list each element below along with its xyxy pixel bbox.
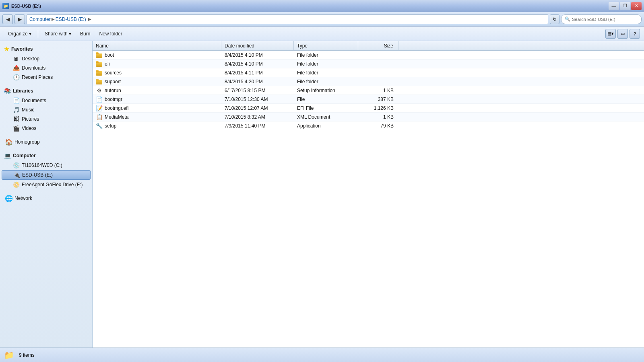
back-button[interactable]: ◀ (2, 14, 13, 24)
sidebar-section-favorites[interactable]: ★ Favorites (0, 44, 92, 54)
sidebar-item-music[interactable]: 🎵 Music (2, 105, 91, 114)
file-size (358, 51, 398, 59)
breadcrumb-drive[interactable]: ESD-USB (E:) (56, 16, 86, 22)
sidebar-item-desktop[interactable]: 🖥 Desktop (2, 54, 91, 63)
drive-c-icon: 💿 (13, 162, 19, 169)
sidebar-item-drive-e[interactable]: 🔌 ESD-USB (E:) (2, 170, 91, 180)
file-icon: 📝 (96, 105, 102, 111)
documents-icon: 📄 (13, 97, 19, 104)
file-size (358, 77, 398, 86)
file-icon (96, 61, 102, 67)
sidebar-item-network[interactable]: 🌐 Network (2, 194, 91, 203)
sidebar-item-drive-f[interactable]: 📀 FreeAgent GoFlex Drive (F:) (2, 180, 91, 189)
file-type: Application (294, 121, 358, 130)
file-size: 1 KB (358, 86, 398, 95)
sidebar-item-videos-label: Videos (22, 125, 36, 131)
refresh-button[interactable]: ↻ (550, 14, 559, 24)
file-date-modified: 6/17/2015 8:15 PM (221, 86, 294, 95)
sidebar-section-computer[interactable]: 💻 Computer (0, 151, 92, 160)
file-icon: 🔧 (96, 123, 102, 129)
toolbar: Organize ▾ Share with ▾ Burn New folder … (0, 27, 644, 41)
status-folder-icon: 📁 (4, 350, 14, 360)
new-folder-button[interactable]: New folder (95, 28, 126, 39)
title-bar-left: 📁 ESD-USB (E:\) (2, 3, 41, 9)
sidebar-item-homegroup-label: Homegroup (14, 139, 40, 145)
column-date-modified[interactable]: Date modified (221, 41, 294, 50)
file-type: File (294, 95, 358, 103)
sidebar-item-videos[interactable]: 🎬 Videos (2, 124, 91, 133)
share-button[interactable]: Share with ▾ (41, 28, 75, 39)
table-row[interactable]: efi8/4/2015 4:10 PMFile folder (93, 60, 644, 68)
pictures-icon: 🖼 (13, 116, 19, 122)
column-type[interactable]: Type (294, 41, 358, 50)
file-name: bootmgr.efi (105, 105, 128, 111)
file-name: support (105, 79, 121, 84)
sidebar-item-downloads[interactable]: 📥 Downloads (2, 64, 91, 72)
file-date-modified: 8/4/2015 4:10 PM (221, 60, 294, 68)
file-name: MediaMeta (105, 114, 128, 120)
search-input[interactable] (572, 17, 632, 22)
sidebar-item-recent-places[interactable]: 🕐 Recent Places (2, 73, 91, 82)
search-box[interactable]: 🔍 (561, 14, 642, 24)
table-row[interactable]: 📝bootmgr.efi7/10/2015 12:07 AMEFI File1,… (93, 104, 644, 113)
sidebar-computer-label: Computer (13, 153, 36, 158)
table-row[interactable]: sources8/4/2015 4:11 PMFile folder (93, 68, 644, 77)
help-button[interactable]: ? (630, 29, 640, 39)
status-bar: 📁 9 items (0, 348, 644, 362)
table-row[interactable]: 🔧setup7/9/2015 11:40 PMApplication79 KB (93, 121, 644, 130)
column-name[interactable]: Name (93, 41, 221, 50)
favorites-star-icon: ★ (4, 46, 9, 52)
breadcrumb[interactable]: Computer ▶ ESD-USB (E:) ▶ (27, 14, 548, 24)
search-icon: 🔍 (565, 16, 570, 22)
window-controls: — ❐ ✕ (609, 2, 642, 10)
sidebar-item-music-label: Music (22, 107, 34, 113)
file-date-modified: 7/10/2015 12:30 AM (221, 95, 294, 103)
burn-button[interactable]: Burn (76, 28, 94, 39)
drive-e-icon: 🔌 (13, 172, 20, 178)
file-icon (96, 78, 102, 85)
table-row[interactable]: support8/4/2015 4:20 PMFile folder (93, 77, 644, 86)
sidebar-item-drive-c-label: TI106164W0D (C:) (22, 162, 62, 168)
status-item-count: 9 items (19, 352, 35, 358)
breadcrumb-arrow[interactable]: ▶ (87, 16, 93, 22)
table-row[interactable]: 📄bootmgr7/10/2015 12:30 AMFile387 KB (93, 95, 644, 104)
view-options-button[interactable]: ▤▾ (605, 29, 616, 39)
details-pane-button[interactable]: ▭ (617, 29, 628, 39)
file-type: Setup Information (294, 86, 358, 95)
minimize-button[interactable]: — (609, 2, 619, 10)
sidebar: ★ Favorites 🖥 Desktop 📥 Downloads 🕐 Rece… (0, 41, 93, 348)
music-icon: 🎵 (13, 107, 19, 113)
sidebar-section-libraries[interactable]: 📚 Libraries (0, 86, 92, 96)
file-date-modified: 8/4/2015 4:10 PM (221, 51, 294, 59)
file-date-modified: 8/4/2015 4:20 PM (221, 77, 294, 86)
file-date-modified: 7/9/2015 11:40 PM (221, 121, 294, 130)
forward-button[interactable]: ▶ (14, 14, 25, 24)
window-icon: 📁 (2, 3, 9, 9)
sidebar-item-desktop-label: Desktop (22, 56, 39, 62)
file-type: File folder (294, 77, 358, 86)
file-type: File folder (294, 68, 358, 77)
file-name: sources (105, 70, 122, 76)
sidebar-item-homegroup[interactable]: 🏠 Homegroup (2, 138, 91, 146)
sidebar-item-documents[interactable]: 📄 Documents (2, 96, 91, 105)
drive-f-icon: 📀 (13, 181, 19, 188)
table-row[interactable]: ⚙autorun6/17/2015 8:15 PMSetup Informati… (93, 86, 644, 95)
file-name: bootmgr (105, 97, 122, 102)
sidebar-item-drive-c[interactable]: 💿 TI106164W0D (C:) (2, 161, 91, 170)
column-size[interactable]: Size (358, 41, 398, 50)
table-row[interactable]: 📋MediaMeta7/10/2015 8:32 AMXML Document1… (93, 113, 644, 121)
recent-places-icon: 🕐 (13, 74, 19, 80)
file-date-modified: 7/10/2015 12:07 AM (221, 104, 294, 112)
maximize-button[interactable]: ❐ (620, 2, 630, 10)
file-icon: ⚙ (96, 87, 102, 94)
file-icon (96, 70, 102, 76)
table-row[interactable]: boot8/4/2015 4:10 PMFile folder (93, 51, 644, 60)
organize-button[interactable]: Organize ▾ (4, 28, 35, 39)
file-size (358, 68, 398, 77)
homegroup-icon: 🏠 (6, 139, 12, 145)
address-bar: ◀ ▶ Computer ▶ ESD-USB (E:) ▶ ↻ 🔍 (0, 12, 644, 27)
downloads-icon: 📥 (13, 65, 19, 71)
sidebar-item-pictures[interactable]: 🖼 Pictures (2, 115, 91, 123)
close-button[interactable]: ✕ (631, 2, 642, 10)
breadcrumb-computer[interactable]: Computer (29, 16, 51, 22)
